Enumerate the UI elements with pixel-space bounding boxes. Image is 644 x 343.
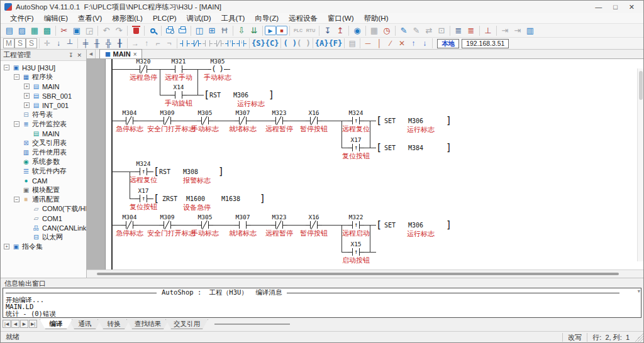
s2-coil-tool[interactable]: S (26, 38, 37, 48)
draw-vline-tool[interactable]: │ (374, 38, 385, 48)
delete-button[interactable] (130, 25, 142, 36)
save-button[interactable]: ▦ (28, 25, 41, 36)
sidebar-item-module-config[interactable]: 模块配置 (1, 185, 86, 195)
find-device-button[interactable]: Ħ (218, 25, 231, 36)
save-all-button[interactable]: ▩ (41, 25, 53, 36)
compile-message-box[interactable]: AutoShop : 工程（H3U） 编译消息 开始编译... MAIN.LD … (3, 288, 641, 318)
menu-help[interactable]: 帮助(H) (360, 13, 393, 24)
pin-icon[interactable]: ↧ (67, 52, 75, 58)
contact-m322[interactable]: M322远程启动 (336, 214, 376, 237)
copy-button[interactable]: ▣ (70, 25, 83, 36)
sidebar-item-com0[interactable]: COM0(下载/HMI监控) (1, 204, 86, 214)
sidebar-item-comm-config[interactable]: 通讯配置 (1, 195, 86, 204)
output-tab-cross-ref[interactable]: 交叉引用 (165, 319, 208, 329)
fall-contact-tool[interactable] (236, 38, 247, 48)
insert-row-button[interactable]: ≣ (452, 25, 465, 36)
sidebar-item-cross-reference[interactable]: 交叉引用表 (1, 138, 86, 148)
output-tab-convert[interactable]: 转换 (97, 319, 130, 329)
corner-nw-tool[interactable]: ⌐ (152, 38, 164, 48)
set-coil-tool[interactable]: {S} (252, 38, 265, 48)
contact-m307[interactable]: M307就堵标志 (223, 110, 263, 133)
tab-close-icon[interactable]: × (133, 51, 137, 58)
expander-icon[interactable] (14, 74, 19, 80)
contact-m305[interactable]: M305手动标志 (185, 110, 225, 133)
minimize-button[interactable]: — (595, 3, 602, 11)
cut-button[interactable]: ✂ (58, 25, 70, 36)
contact-m320[interactable]: M320远程急停 (123, 59, 164, 81)
print-preview-button[interactable] (164, 25, 176, 36)
horizontal-scrollbar[interactable] (87, 270, 643, 278)
menu-debug[interactable]: 调试(D) (182, 13, 216, 24)
ladder-canvas[interactable]: M320远程急停 M321远程手动 M305手动标志 X14手动旋钮 [RSTM… (87, 59, 643, 270)
redo-button[interactable]: ↷ (113, 25, 125, 36)
cross-tool[interactable]: ╬ (103, 38, 114, 48)
contact-x16-r4[interactable]: X16暂停按钮 (294, 214, 334, 237)
arrow-up-tool[interactable]: ↑ (141, 38, 152, 48)
monitor-edit-button[interactable]: ⊡ (435, 25, 448, 36)
coil-m305[interactable]: M305手动标志 (197, 59, 238, 81)
delete-vline-tool[interactable]: ┴ (64, 38, 75, 48)
draw-hline-tool[interactable]: ─ (362, 38, 374, 48)
sidebar-item-sbr001-program[interactable]: SBR_001 (1, 91, 86, 101)
sidebar-item-system-parameters[interactable]: 系统参数 (1, 157, 86, 166)
contact-x15[interactable]: X15启动按钮 (336, 241, 376, 264)
rise-contact-tool[interactable] (225, 38, 236, 48)
nc-contact-disabled-tool[interactable] (213, 38, 225, 48)
expander-icon[interactable] (24, 102, 30, 108)
ip-address-button[interactable]: 192.168.3.51 (462, 39, 509, 48)
tab-prev-button[interactable]: ◀ (11, 320, 19, 328)
ld-il-switch-button[interactable]: ⇄ (423, 25, 435, 36)
tab-last-button[interactable]: ▶| (29, 320, 37, 328)
output-tab-comm[interactable]: 通讯 (69, 319, 101, 329)
sidebar-item-cam[interactable]: CAM (1, 176, 86, 185)
vertical-scrollbar[interactable] (637, 68, 643, 261)
corner-ne-tool[interactable]: ¬ (164, 38, 175, 48)
delete-diag-tool[interactable]: ∕ (385, 38, 396, 48)
sidebar-item-main-program[interactable]: MAIN (1, 82, 86, 91)
resize-grip[interactable] (635, 333, 643, 342)
note-tool[interactable]: ▤ (347, 38, 358, 48)
vline-tool[interactable]: ╫ (91, 38, 103, 48)
sidebar-item-ethernet[interactable]: 以太网 (1, 232, 86, 242)
scrollbar-thumb[interactable] (97, 273, 619, 275)
memory-view-button[interactable]: ▥ (524, 25, 536, 36)
expander-icon[interactable] (14, 197, 19, 202)
station-config-button[interactable]: ⊥ (482, 25, 494, 36)
find-button[interactable] (147, 25, 159, 36)
coil-disabled-tool[interactable]: ( ) (297, 38, 311, 48)
sim-window-button[interactable]: ▦ (368, 25, 380, 36)
rtu-keyboard-button[interactable]: RTU (304, 25, 317, 36)
app-inst-tool[interactable]: {A} (315, 38, 329, 48)
contact-x17[interactable]: X17复位按钮 (336, 137, 376, 160)
expander-icon[interactable] (14, 121, 19, 127)
menu-window[interactable]: 窗口(W) (323, 13, 358, 24)
m-coil-tool[interactable]: M (3, 38, 14, 48)
open-project-button[interactable]: ▨ (16, 25, 28, 36)
menu-wizard[interactable]: 向导(Z) (250, 13, 283, 24)
sidebar-item-monitor-table-main[interactable]: MAIN (1, 129, 86, 138)
func-inst-tool[interactable]: {F} (328, 38, 342, 48)
maximize-button[interactable]: □ (613, 3, 618, 11)
menu-remote-device[interactable]: 远程设备 (284, 13, 322, 24)
nc-contact-tool[interactable] (191, 38, 202, 48)
no-contact-tool[interactable] (179, 38, 191, 48)
menu-file[interactable]: 文件(F) (6, 13, 38, 24)
stop-button[interactable]: ■ (276, 26, 287, 35)
output-tab-search-results[interactable]: 查找结果 (126, 319, 169, 329)
counter-coil-tool[interactable]: {C} (265, 38, 279, 48)
scrollbar-thumb[interactable] (639, 71, 643, 100)
delete-cross-tool[interactable]: ✕ (396, 38, 408, 48)
compile-all-button[interactable]: ⇊ (248, 25, 260, 36)
arrow-right-tool[interactable]: → (130, 38, 141, 48)
upload-button[interactable]: ↥ (334, 25, 347, 36)
close-button[interactable]: ✕ (629, 3, 635, 11)
contact-x16[interactable]: X16暂停按钮 (294, 110, 334, 133)
branch-tool[interactable]: ╂ (114, 38, 125, 48)
scroll-down-icon[interactable]: ▼ (638, 289, 640, 294)
expander-icon[interactable] (4, 244, 9, 249)
sidebar-item-device-usage[interactable]: 元件使用表 (1, 148, 86, 157)
sidebar-item-can-canlink[interactable]: CAN(CANLink) (1, 223, 86, 232)
expander-icon[interactable] (24, 93, 30, 99)
timer-clock-button[interactable]: ◷ (380, 25, 393, 36)
run-button[interactable]: ▶ (265, 26, 276, 35)
